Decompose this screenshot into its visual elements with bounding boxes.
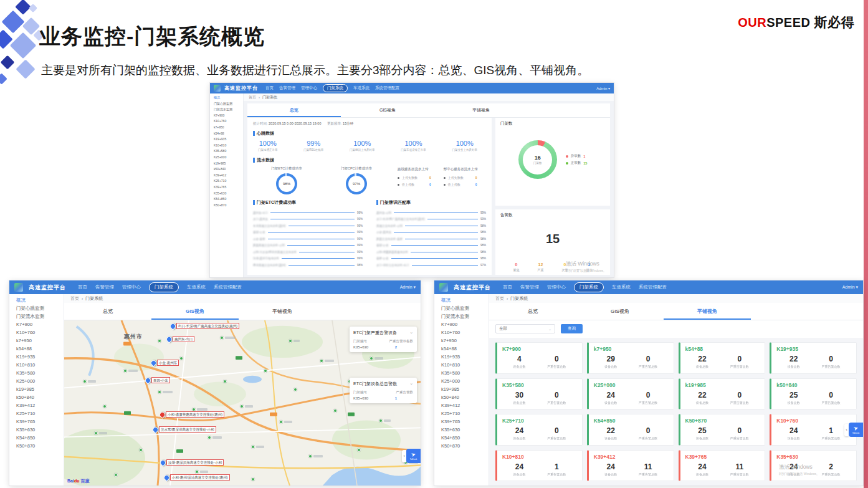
- todesk-widget[interactable]: ‹ ➤ ToDesk: [844, 423, 863, 437]
- gantry-card[interactable]: k50+840 25 设备总数 0 严重告警总数: [770, 378, 857, 410]
- tab-gis[interactable]: GIS视角: [576, 303, 664, 320]
- sidebar-item[interactable]: K35+630: [9, 426, 64, 434]
- gantry-card[interactable]: K35+580 30 设备总数 0 严重告警总数: [495, 378, 583, 410]
- collapse-icon[interactable]: ‹: [844, 424, 849, 436]
- gantry-card[interactable]: k7+950 29 设备总数 0 严重告警总数: [587, 342, 674, 374]
- sidebar-item[interactable]: 门架流水监测: [210, 107, 243, 113]
- sidebar-item[interactable]: K19+935: [210, 136, 243, 143]
- map-marker[interactable]: 汶水东/甬深圳高速立交连接处-小和: [153, 427, 158, 433]
- sidebar-item[interactable]: k19+985: [434, 385, 489, 393]
- sidebar-item[interactable]: k7+950: [210, 125, 243, 131]
- sidebar-item[interactable]: 门架心跳监测: [210, 101, 243, 107]
- admin-menu[interactable]: Admin ▾: [400, 285, 416, 290]
- sidebar-item[interactable]: K35+580: [434, 369, 489, 377]
- sidebar-item[interactable]: K39+412: [210, 173, 243, 179]
- sidebar-item[interactable]: k54+88: [210, 131, 243, 137]
- sidebar-item[interactable]: K25+000: [9, 377, 64, 385]
- map-marker[interactable]: 小和-惠州/深汕高速立交连接处(惠州): [164, 475, 169, 481]
- sidebar-item[interactable]: K35+580: [9, 369, 64, 377]
- nav-item[interactable]: 首页: [78, 284, 87, 290]
- sidebar-item[interactable]: k19+985: [9, 385, 64, 393]
- sidebar-item[interactable]: k50+840: [210, 166, 243, 173]
- gantry-card[interactable]: k54+88 22 设备总数 0 严重告警总数: [679, 342, 766, 374]
- nav-item[interactable]: 系统管理配置: [639, 284, 667, 290]
- nav-item[interactable]: 门架系统: [574, 282, 604, 292]
- nav-item[interactable]: 门架系统: [323, 84, 348, 92]
- breadcrumb-home[interactable]: 首页: [70, 295, 79, 302]
- gantry-card[interactable]: K35+630 24 设备总数 2 严重告警总数: [770, 450, 857, 482]
- nav-item[interactable]: 车道系统: [353, 85, 370, 91]
- sidebar-item[interactable]: K10+760: [210, 118, 243, 125]
- sidebar-item[interactable]: K10+810: [434, 361, 489, 369]
- sidebar-item[interactable]: k7+950: [434, 337, 489, 345]
- sidebar-item[interactable]: K50+870: [434, 442, 489, 450]
- sidebar-item[interactable]: K50+870: [210, 203, 243, 209]
- map-marker[interactable]: 出口-长深/甬广惠高速立交连接处(惠州): [170, 323, 176, 329]
- gantry-card[interactable]: K39+765 24 设备总数 11 严重告警总数: [679, 450, 766, 482]
- sidebar-item[interactable]: K19+935: [9, 353, 64, 361]
- sidebar-item[interactable]: 概况: [210, 95, 243, 101]
- sidebar-item[interactable]: K10+810: [210, 143, 243, 149]
- nav-item[interactable]: 首页: [265, 85, 274, 91]
- gantry-card[interactable]: K54+850 22 设备总数 0 严重告警总数: [587, 414, 674, 446]
- sidebar-item[interactable]: k54+88: [434, 345, 489, 353]
- sidebar-item[interactable]: K10+760: [9, 328, 64, 337]
- sidebar-item[interactable]: K54+850: [434, 434, 489, 442]
- tab-gis[interactable]: GIS视角: [341, 103, 434, 117]
- sidebar-item[interactable]: K35+630: [210, 191, 243, 197]
- sidebar-item[interactable]: K54+850: [210, 196, 243, 203]
- nav-item[interactable]: 首页: [503, 284, 512, 290]
- sidebar-item[interactable]: k50+840: [434, 393, 489, 401]
- sidebar-item[interactable]: K7+900: [434, 320, 489, 328]
- sidebar-item[interactable]: 门架心跳监测: [9, 304, 64, 312]
- gantry-filter-select[interactable]: 全部⌄: [495, 324, 555, 333]
- tab-overview[interactable]: 总览: [64, 303, 151, 320]
- sidebar-item[interactable]: K39+765: [210, 184, 243, 191]
- nav-item[interactable]: 系统管理配置: [375, 85, 399, 91]
- sidebar-item[interactable]: K10+810: [9, 361, 64, 369]
- map-marker[interactable]: 泰园-小金: [145, 378, 151, 383]
- sidebar-item[interactable]: K39+765: [9, 418, 64, 426]
- tab-gis[interactable]: GIS视角: [151, 303, 239, 320]
- sidebar-item[interactable]: 概况: [434, 296, 489, 304]
- collapse-icon[interactable]: ‹: [402, 450, 406, 462]
- nav-item[interactable]: 门架系统: [149, 282, 179, 292]
- sidebar-item[interactable]: 门架流水监测: [9, 312, 64, 320]
- search-button[interactable]: 查询: [561, 324, 583, 333]
- tab-overview[interactable]: 总览: [489, 303, 576, 320]
- breadcrumb-home[interactable]: 首页: [249, 95, 256, 100]
- nav-item[interactable]: 告警管理: [95, 284, 114, 290]
- admin-menu[interactable]: Admin ▾: [596, 86, 610, 90]
- breadcrumb-home[interactable]: 首页: [495, 295, 504, 302]
- gantry-card[interactable]: K25+000 24 设备总数 0 严重告警总数: [587, 378, 674, 410]
- nav-item[interactable]: 管理中心: [122, 284, 141, 290]
- sidebar-item[interactable]: K39+765: [434, 418, 489, 426]
- nav-item[interactable]: 车道系统: [187, 284, 206, 290]
- sidebar-item[interactable]: K25+000: [210, 155, 243, 161]
- gantry-card[interactable]: K19+935 22 设备总数 0 严重告警总数: [770, 342, 857, 374]
- gantry-card[interactable]: K50+870 25 设备总数 0 严重告警总数: [679, 414, 766, 446]
- sidebar-item[interactable]: K54+850: [9, 434, 64, 442]
- gantry-card[interactable]: K10+810 24 设备总数 1 严重告警总数: [495, 450, 583, 482]
- gantry-card[interactable]: K25+710 24 设备总数 0 严重告警总数: [495, 414, 583, 446]
- map-marker[interactable]: 小和-塘厦莞惠高速立交连接处(惠州): [160, 412, 165, 418]
- sidebar-item[interactable]: K25+000: [434, 377, 489, 385]
- nav-item[interactable]: 告警管理: [279, 85, 295, 91]
- gantry-card[interactable]: k19+985 22 设备总数 0 严重告警总数: [679, 378, 766, 410]
- gantry-card[interactable]: K39+412 24 设备总数 11 严重告警总数: [587, 450, 674, 482]
- sidebar-item[interactable]: K25+710: [434, 409, 489, 418]
- sidebar-item[interactable]: K39+412: [434, 401, 489, 409]
- panel-title-dropdown[interactable]: ETC门架设备总告警数⌄: [353, 381, 413, 387]
- todesk-widget[interactable]: ‹ ➤ ToDesk: [402, 449, 421, 463]
- tab-tile[interactable]: 平铺视角: [664, 303, 751, 320]
- nav-item[interactable]: 告警管理: [520, 284, 539, 290]
- panel-title-dropdown[interactable]: ETC门架严重告警设备⌄: [353, 330, 413, 336]
- sidebar-item[interactable]: k7+950: [9, 337, 64, 345]
- sidebar-item[interactable]: k54+88: [9, 345, 64, 353]
- sidebar-item[interactable]: K25+710: [9, 409, 64, 418]
- sidebar-item[interactable]: K25+710: [210, 178, 243, 184]
- nav-item[interactable]: 管理中心: [301, 85, 317, 91]
- tab-overview[interactable]: 总览: [247, 103, 341, 117]
- admin-menu[interactable]: Admin ▾: [842, 285, 858, 290]
- gis-map[interactable]: 惠州市 出口-长深/甬广惠高速立交连接处(惠州) 惠州东-出: [64, 320, 421, 486]
